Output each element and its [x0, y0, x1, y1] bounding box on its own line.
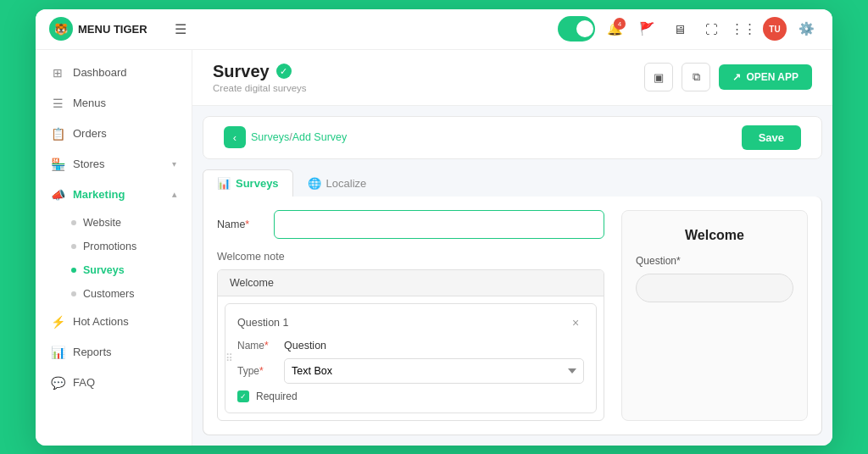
question-name-row: Name* Question [237, 340, 584, 352]
drag-handle-icon[interactable]: ⠿ [225, 352, 233, 364]
sidebar-item-dashboard[interactable]: ⊞ Dashboard [36, 58, 192, 87]
sidebar-sub-website[interactable]: Website [71, 211, 192, 235]
breadcrumb-back-button[interactable]: ‹ [224, 126, 246, 148]
sidebar-sub-surveys[interactable]: Surveys [71, 258, 192, 282]
topbar: 🐯 MENU TIGER ☰ 🔔 4 🚩 🖥 ⛶ ⋮⋮ TU ⚙️ [36, 9, 832, 50]
sidebar-sub-promotions[interactable]: Promotions [71, 235, 192, 258]
welcome-note-section: Welcome note Welcome ⠿ Question 1 × [217, 251, 604, 421]
sidebar-label-reports: Reports [73, 346, 112, 358]
open-app-icon: ↗ [732, 71, 741, 83]
promotions-dot [71, 244, 76, 249]
qr-code-button[interactable]: ▣ [644, 63, 673, 91]
hamburger-menu[interactable]: ☰ [175, 21, 186, 37]
topbar-icons: 🔔 4 🚩 🖥 ⛶ ⋮⋮ TU ⚙️ [558, 16, 819, 42]
sidebar-label-customers: Customers [83, 288, 134, 300]
marketing-submenu: Website Promotions Surveys Customers [36, 211, 192, 306]
question-close-button[interactable]: × [567, 314, 584, 331]
localize-tab-label: Localize [326, 177, 367, 190]
copy-button[interactable]: ⧉ [682, 63, 710, 91]
localize-tab-icon: 🌐 [308, 177, 321, 190]
tab-surveys[interactable]: 📊 Surveys [203, 169, 293, 197]
save-button[interactable]: Save [742, 125, 801, 150]
flag-icon[interactable]: 🚩 [634, 16, 659, 42]
stores-arrow: ▾ [172, 159, 176, 169]
title-verified-badge: ✓ [276, 64, 292, 79]
sidebar-sub-customers[interactable]: Customers [71, 282, 192, 306]
logo-icon: 🐯 [49, 17, 73, 41]
open-app-label: OPEN APP [746, 71, 798, 83]
reports-icon: 📊 [51, 346, 64, 359]
question-type-label: Type* [237, 365, 275, 377]
notification-icon[interactable]: 🔔 4 [602, 16, 627, 42]
sidebar-label-menus: Menus [73, 97, 106, 109]
required-checkbox[interactable]: ✓ [237, 390, 249, 402]
monitor-icon[interactable]: 🖥 [666, 16, 692, 42]
question-card-header: Question 1 × [237, 314, 584, 331]
sidebar-label-promotions: Promotions [83, 241, 136, 252]
menus-icon: ☰ [51, 97, 64, 110]
name-field-row: Name* [217, 210, 604, 239]
tabs-row: 📊 Surveys 🌐 Localize [192, 159, 832, 197]
name-input[interactable] [274, 210, 604, 239]
question-card: ⠿ Question 1 × Name* [225, 303, 597, 413]
sidebar-item-stores[interactable]: 🏪 Stores ▾ [36, 150, 192, 179]
breadcrumb-text: Surveys/Add Survey [251, 131, 347, 143]
surveys-tab-label: Surveys [236, 177, 279, 190]
sidebar-label-website: Website [83, 217, 121, 229]
question-name-value: Question [284, 340, 326, 352]
sidebar-label-stores: Stores [73, 158, 105, 170]
breadcrumb: ‹ Surveys/Add Survey [224, 126, 347, 148]
page-title: Survey [213, 62, 270, 81]
question-type-row: Type* Text Box [237, 358, 584, 384]
menu-grid-icon[interactable]: ⋮⋮ [731, 16, 756, 42]
open-app-button[interactable]: ↗ OPEN APP [719, 64, 812, 90]
preview-input-box [636, 274, 793, 302]
question-name-label: Name* [237, 340, 275, 352]
sidebar-item-reports[interactable]: 📊 Reports [36, 338, 192, 367]
content-area: Survey ✓ Create digital surveys ▣ ⧉ ↗ OP… [192, 50, 832, 446]
required-row: ✓ Required [237, 390, 584, 402]
question-card-title: Question 1 [237, 317, 288, 329]
website-dot [71, 220, 76, 225]
faq-icon: 💬 [51, 376, 64, 390]
question-type-select[interactable]: Text Box [284, 358, 584, 384]
breadcrumb-current: Add Survey [292, 131, 348, 143]
settings-icon[interactable]: ⚙️ [793, 16, 819, 42]
name-required-star: * [245, 219, 249, 230]
orders-icon: 📋 [51, 127, 64, 141]
surveys-dot [71, 268, 76, 273]
form-content: Name* Welcome note Welcome ⠿ [203, 197, 822, 435]
sidebar-item-orders[interactable]: 📋 Orders [36, 119, 192, 148]
page-subtitle: Create digital surveys [213, 83, 307, 93]
preview-title: Welcome [685, 228, 744, 243]
sidebar-item-marketing[interactable]: 📣 Marketing ▴ [36, 180, 192, 209]
welcome-box: Welcome ⠿ Question 1 × [217, 269, 604, 421]
toggle-button[interactable] [558, 16, 595, 42]
tab-localize[interactable]: 🌐 Localize [293, 169, 381, 197]
toggle-circle [576, 20, 593, 37]
logo: 🐯 MENU TIGER [49, 17, 159, 41]
survey-preview: Welcome Question* [621, 210, 808, 421]
main-layout: ⊞ Dashboard ☰ Menus 📋 Orders 🏪 Stores ▾ … [36, 50, 832, 446]
avatar[interactable]: TU [763, 17, 787, 41]
sidebar-label-dashboard: Dashboard [73, 66, 127, 79]
sidebar-label-faq: FAQ [73, 376, 95, 389]
sidebar-label-orders: Orders [73, 127, 107, 140]
sidebar-item-faq[interactable]: 💬 FAQ [36, 368, 192, 397]
customers-dot [71, 291, 76, 296]
sidebar-label-marketing: Marketing [73, 188, 125, 201]
fullscreen-icon[interactable]: ⛶ [698, 16, 724, 42]
name-field-label: Name* [217, 219, 264, 230]
marketing-arrow: ▴ [172, 190, 176, 199]
sidebar-label-surveys: Surveys [83, 264, 125, 276]
sidebar-label-hot-actions: Hot Actions [73, 315, 129, 328]
sidebar-item-menus[interactable]: ☰ Menus [36, 89, 192, 118]
sidebar-item-hot-actions[interactable]: ⚡ Hot Actions [36, 307, 192, 336]
page-title-row: Survey ✓ [213, 62, 307, 81]
surveys-tab-icon: 📊 [217, 177, 231, 190]
breadcrumb-bar: ‹ Surveys/Add Survey Save [203, 116, 822, 159]
preview-question-label: Question* [636, 255, 681, 267]
hot-actions-icon: ⚡ [51, 315, 64, 329]
logo-text: MENU TIGER [78, 23, 147, 36]
marketing-icon: 📣 [51, 188, 64, 202]
